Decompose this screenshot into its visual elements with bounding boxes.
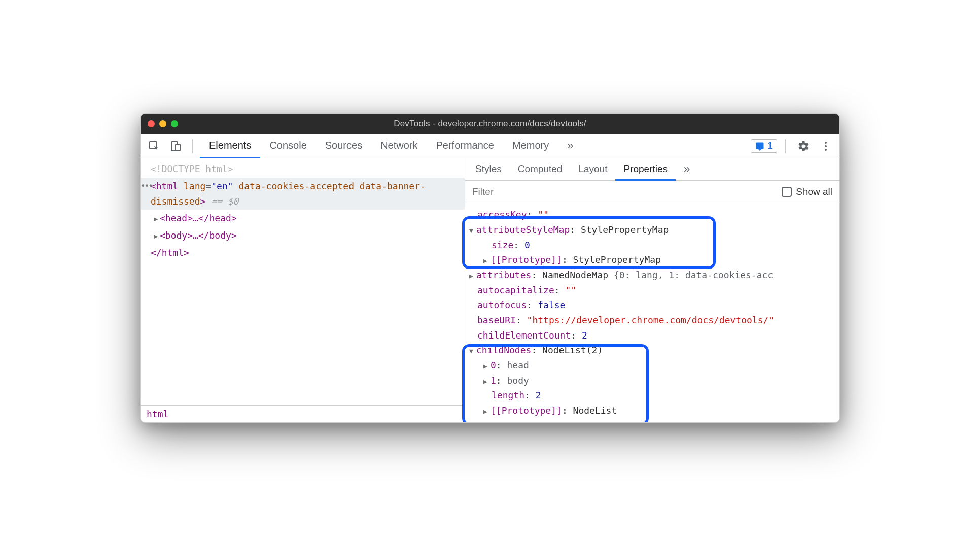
expand-caret-icon[interactable]: ▶ — [154, 230, 160, 242]
filter-input[interactable]: Filter — [472, 186, 777, 197]
prop-childnodes-proto[interactable]: ▶[[Prototype]]: NodeList — [465, 403, 839, 418]
settings-icon[interactable] — [794, 137, 813, 156]
expand-caret-icon[interactable]: ▶ — [483, 361, 491, 372]
window-titlebar: DevTools - developer.chrome.com/docs/dev… — [141, 114, 839, 134]
inspect-element-icon[interactable] — [145, 137, 164, 156]
prop-childnodes[interactable]: ▼childNodes: NodeList(2) — [465, 343, 839, 358]
svg-rect-2 — [176, 144, 180, 151]
tab-sources[interactable]: Sources — [316, 134, 371, 158]
dom-body-element[interactable]: ▶<body>…</body> — [141, 227, 465, 244]
main-content: <!DOCTYPE html> ••• <html lang="en" data… — [141, 158, 839, 422]
filter-row: Filter Show all — [465, 181, 839, 203]
prop-childnodes-length[interactable]: length: 2 — [465, 388, 839, 403]
window-title: DevTools - developer.chrome.com/docs/dev… — [148, 119, 832, 129]
issues-count: 1 — [767, 141, 773, 151]
expand-caret-icon[interactable]: ▶ — [154, 213, 160, 225]
prop-attributestylemap-size[interactable]: size: 0 — [465, 238, 839, 253]
prop-baseuri[interactable]: baseURI: "https://developer.chrome.com/d… — [465, 313, 839, 328]
prop-childelementcount[interactable]: childElementCount: 2 — [465, 328, 839, 343]
prop-attributestylemap[interactable]: ▼attributeStyleMap: StylePropertyMap — [465, 222, 839, 238]
svg-point-5 — [825, 149, 827, 151]
kebab-menu-icon[interactable] — [816, 137, 835, 156]
expand-caret-icon[interactable]: ▶ — [469, 271, 476, 281]
svg-point-4 — [825, 145, 827, 147]
expand-caret-icon[interactable]: ▶ — [483, 406, 491, 417]
tab-network[interactable]: Network — [371, 134, 427, 158]
prop-autocapitalize[interactable]: autocapitalize: "" — [465, 283, 839, 298]
prop-autofocus[interactable]: autofocus: false — [465, 297, 839, 313]
show-all-checkbox[interactable] — [782, 187, 792, 197]
subtab-computed[interactable]: Computed — [510, 158, 571, 181]
dom-html-close[interactable]: </html> — [141, 244, 465, 261]
toolbar-right: 1 — [751, 137, 835, 156]
toolbar-divider — [785, 139, 786, 153]
more-subtabs-button[interactable]: » — [676, 158, 698, 181]
collapse-caret-icon[interactable]: ▼ — [469, 225, 476, 236]
dom-head-element[interactable]: ▶<head>…</head> — [141, 210, 465, 227]
dom-html-element[interactable]: ••• <html lang="en" data-cookies-accepte… — [141, 178, 465, 210]
sidebar-tabs: Styles Computed Layout Properties » — [465, 158, 839, 181]
main-toolbar: Elements Console Sources Network Perform… — [141, 134, 839, 158]
subtab-layout[interactable]: Layout — [570, 158, 615, 181]
issues-button[interactable]: 1 — [751, 139, 777, 153]
main-tabs: Elements Console Sources Network Perform… — [200, 134, 749, 158]
prop-attributestylemap-proto[interactable]: ▶[[Prototype]]: StylePropertyMap — [465, 252, 839, 267]
device-toolbar-icon[interactable] — [166, 137, 185, 156]
show-all-toggle[interactable]: Show all — [782, 186, 832, 197]
tab-console[interactable]: Console — [260, 134, 316, 158]
toolbar-divider — [192, 139, 193, 153]
subtab-properties[interactable]: Properties — [615, 158, 676, 181]
sidebar-pane: Styles Computed Layout Properties » Filt… — [465, 158, 839, 422]
collapse-caret-icon[interactable]: ▼ — [469, 346, 476, 356]
tab-elements[interactable]: Elements — [200, 134, 260, 158]
prop-childnodes-1[interactable]: ▶1: body — [465, 373, 839, 388]
prop-accesskey[interactable]: accessKey: "" — [465, 207, 839, 222]
properties-list[interactable]: accessKey: "" ▼attributeStyleMap: StyleP… — [465, 203, 839, 422]
prop-childnodes-0[interactable]: ▶0: head — [465, 358, 839, 373]
show-all-label: Show all — [796, 186, 832, 197]
expand-caret-icon[interactable]: ▶ — [483, 376, 491, 387]
svg-point-3 — [825, 142, 827, 144]
devtools-window: DevTools - developer.chrome.com/docs/dev… — [140, 113, 840, 423]
more-tabs-button[interactable]: » — [558, 134, 582, 158]
dom-tree[interactable]: <!DOCTYPE html> ••• <html lang="en" data… — [141, 158, 465, 405]
tab-performance[interactable]: Performance — [427, 134, 504, 158]
breadcrumb[interactable]: html — [141, 405, 465, 422]
reveal-dots-icon[interactable]: ••• — [141, 180, 152, 193]
expand-caret-icon[interactable]: ▶ — [483, 255, 491, 266]
dom-doctype[interactable]: <!DOCTYPE html> — [141, 160, 465, 178]
prop-attributes[interactable]: ▶attributes: NamedNodeMap {0: lang, 1: d… — [465, 267, 839, 283]
elements-dom-pane: <!DOCTYPE html> ••• <html lang="en" data… — [141, 158, 465, 422]
subtab-styles[interactable]: Styles — [467, 158, 510, 181]
tab-memory[interactable]: Memory — [503, 134, 558, 158]
